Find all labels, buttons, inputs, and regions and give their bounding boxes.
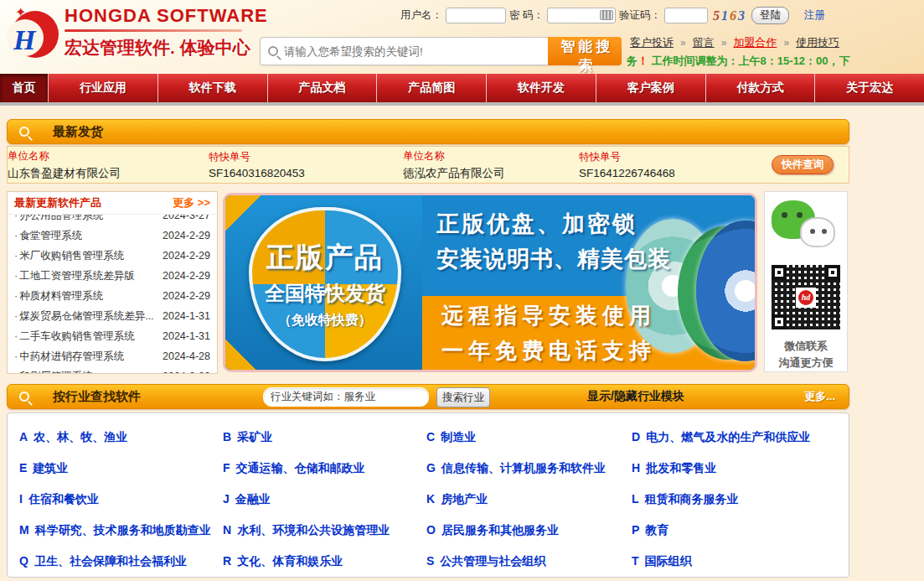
product-name[interactable]: 食堂管理系统 <box>14 229 82 243</box>
username-input[interactable] <box>446 8 506 23</box>
product-row[interactable]: 煤炭贸易仓储管理系统差异... 2024-1-31 <box>8 306 217 326</box>
tracking-query-button[interactable]: 快件查询 <box>772 155 834 174</box>
top-link[interactable]: 使用技巧 <box>796 36 839 49</box>
keyboard-icon[interactable] <box>600 10 613 20</box>
smart-search-button[interactable]: 智能搜索 <box>548 37 622 65</box>
product-date: 2024-2-29 <box>163 230 210 241</box>
nav-item[interactable]: 付款方式 <box>706 74 816 102</box>
industry-link[interactable]: C 制造业 <box>426 430 632 461</box>
shipment-value: 山东鲁盈建材有限公司 <box>8 166 209 181</box>
nav-item[interactable]: 软件下载 <box>158 74 268 102</box>
product-name[interactable]: 种质材料管理系统 <box>14 289 103 303</box>
nav-item[interactable]: 软件开发 <box>487 74 596 102</box>
banner-blue-line2: 安装说明书、精美包装 <box>436 244 671 274</box>
shipment-value: 德泓农产品有限公司 <box>403 166 579 181</box>
industry-link[interactable]: E 建筑业 <box>19 461 223 492</box>
industry-link[interactable]: J 金融业 <box>223 492 426 523</box>
product-name[interactable]: 米厂收购销售管理系统 <box>14 249 124 263</box>
top-link[interactable]: 加盟合作 <box>733 36 777 49</box>
industry-code: M <box>19 523 29 537</box>
industry-link[interactable]: M 科学研究、技术服务和地质勘查业 <box>19 523 223 554</box>
nav-item[interactable]: 产品简图 <box>377 74 487 102</box>
shield-line2: 全国特快发货 <box>265 280 385 307</box>
nav-item[interactable]: 关于宏达 <box>815 74 924 102</box>
industry-label: 卫生、社会保障和社会福利业 <box>34 554 187 569</box>
industry-link[interactable]: A 农、林、牧、渔业 <box>19 430 223 461</box>
nav-item[interactable]: 行业应用 <box>49 74 158 102</box>
products-header: 最新更新软件产品 更多 >> <box>8 192 217 215</box>
industry-link[interactable]: N 水利、环境和公共设施管理业 <box>223 523 426 554</box>
top-link[interactable]: 客户投诉 <box>630 36 674 49</box>
product-row[interactable]: 印刷厂管理系统 2024-3-20 <box>8 366 217 374</box>
product-row[interactable]: 种质材料管理系统 2024-2-29 <box>8 286 217 306</box>
industry-link[interactable]: L 租赁和商务服务业 <box>632 492 849 523</box>
captcha-input[interactable] <box>664 8 708 23</box>
industry-more-link[interactable]: 更多... <box>804 389 835 404</box>
promo-banner[interactable]: 正版产品 全国特快发货 （免收特快费） 正版优盘、加密锁 安装说明书、精美包装 … <box>223 193 757 372</box>
industry-keyword-input[interactable] <box>263 387 429 407</box>
industry-link[interactable]: H 批发和零售业 <box>632 461 849 492</box>
product-name[interactable]: 煤炭贸易仓储管理系统差异... <box>14 309 154 324</box>
product-name[interactable]: 中药材进销存管理系统 <box>14 350 124 364</box>
product-name[interactable]: 工地工资管理系统差异版 <box>14 269 135 283</box>
industry-code: A <box>19 430 28 444</box>
hongda-logo[interactable]: H ✦ <box>8 8 60 63</box>
captcha-label: 验证码： <box>619 8 661 23</box>
products-list-viewport: 办公用品管理系统 2024-3-27 食堂管理系统 2024-2-29 米厂收购… <box>8 215 217 374</box>
industry-link[interactable]: P 教育 <box>632 523 849 554</box>
top-link[interactable]: 留言 <box>693 36 715 49</box>
industry-label: 教育 <box>645 523 668 538</box>
industry-toggle-link[interactable]: 显示/隐藏行业模块 <box>527 389 745 404</box>
industry-link[interactable]: G 信息传输、计算机服务和软件业 <box>426 461 632 492</box>
product-row[interactable]: 办公用品管理系统 2024-3-27 <box>8 215 217 226</box>
wechat-qr-code: hd <box>770 263 842 331</box>
nav-bottom-strip <box>0 102 924 106</box>
industry-label: 批发和零售业 <box>646 461 716 476</box>
industry-label: 采矿业 <box>237 430 272 445</box>
login-button[interactable]: 登陆 <box>751 7 789 24</box>
products-more-link[interactable]: 更多 >> <box>173 195 210 210</box>
industry-link[interactable]: D 电力、燃气及水的生产和供应业 <box>632 430 849 461</box>
industry-code: C <box>426 430 435 444</box>
wechat-panel: hd 微信联系 沟通更方便 <box>764 191 848 372</box>
product-name[interactable]: 印刷厂管理系统 <box>14 370 93 375</box>
industry-link[interactable]: T 国际组织 <box>632 554 849 581</box>
industry-link[interactable]: Q 卫生、社会保障和社会福利业 <box>19 554 223 581</box>
industry-link[interactable]: F 交通运输、仓储和邮政业 <box>223 461 426 492</box>
nav-item[interactable]: 产品文档 <box>268 74 378 102</box>
product-name[interactable]: 办公用品管理系统 <box>14 215 103 223</box>
industry-link[interactable]: O 居民服务和其他服务业 <box>426 523 632 554</box>
industry-link[interactable]: K 房地产业 <box>426 492 632 523</box>
nav-item[interactable]: 客户案例 <box>596 74 706 102</box>
industry-link[interactable]: B 采矿业 <box>223 430 426 461</box>
product-date: 2024-3-20 <box>163 371 210 374</box>
industry-label: 制造业 <box>441 430 476 445</box>
product-row[interactable]: 工地工资管理系统差异版 2024-2-29 <box>8 266 217 286</box>
product-date: 2024-2-29 <box>163 250 210 262</box>
username-label: 用户名： <box>400 8 442 23</box>
industry-code: H <box>632 461 640 475</box>
nav-item[interactable]: 首页 <box>0 74 49 102</box>
banner-left-section: 正版产品 全国特快发货 （免收特快费） <box>225 195 422 370</box>
industry-search-button[interactable]: 搜索行业 <box>436 387 490 407</box>
industry-label: 住宿和餐饮业 <box>28 492 99 507</box>
search-input[interactable] <box>284 45 548 58</box>
register-link[interactable]: 注册 <box>804 8 825 23</box>
industry-label: 文化、体育和娱乐业 <box>237 554 343 569</box>
product-row[interactable]: 二手车收购销售管理系统 2024-1-31 <box>8 326 217 346</box>
shipment-label: 单位名称 <box>403 149 579 163</box>
industry-search-bar: 按行业查找软件 搜索行业 显示/隐藏行业模块 更多... <box>7 384 849 409</box>
industry-link[interactable]: I 住宿和餐饮业 <box>19 492 223 523</box>
industry-link[interactable]: R 文化、体育和娱乐业 <box>223 554 426 581</box>
industry-link[interactable]: S 公共管理与社会组织 <box>426 554 632 581</box>
product-name[interactable]: 二手车收购销售管理系统 <box>14 329 135 344</box>
industry-label: 居民服务和其他服务业 <box>441 523 559 538</box>
product-row[interactable]: 中药材进销存管理系统 2024-4-28 <box>8 346 217 366</box>
products-list: 办公用品管理系统 2024-3-27 食堂管理系统 2024-2-29 米厂收购… <box>8 215 217 374</box>
magnifier-icon <box>19 127 29 137</box>
wechat-icon <box>770 197 842 258</box>
latest-shipments-bar: 最新发货 <box>7 119 849 144</box>
product-row[interactable]: 米厂收购销售管理系统 2024-2-29 <box>8 246 217 266</box>
product-row[interactable]: 食堂管理系统 2024-2-29 <box>8 226 217 246</box>
top-links: 客户投诉» 留言» 加盟合作» 使用技巧» <box>630 35 849 50</box>
